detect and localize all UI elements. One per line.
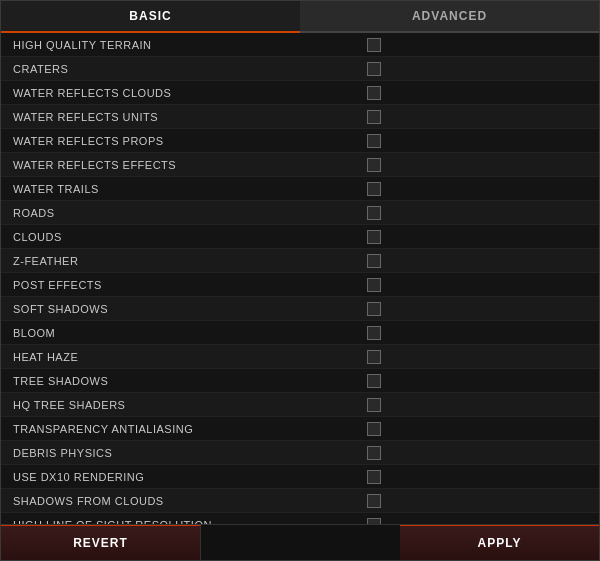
setting-checkbox[interactable] xyxy=(367,302,381,316)
setting-label: WATER TRAILS xyxy=(5,183,355,195)
tab-basic-label: BASIC xyxy=(129,9,171,23)
setting-label: CLOUDS xyxy=(5,231,355,243)
revert-button[interactable]: REVERT xyxy=(1,525,201,560)
revert-label: REVERT xyxy=(73,536,128,550)
setting-checkbox[interactable] xyxy=(367,86,381,100)
setting-checkbox[interactable] xyxy=(367,254,381,268)
setting-label: WATER REFLECTS EFFECTS xyxy=(5,159,355,171)
setting-label: HQ TREE SHADERS xyxy=(5,399,355,411)
setting-checkbox[interactable] xyxy=(367,446,381,460)
table-row: ROADS xyxy=(1,201,599,225)
table-row: POST EFFECTS xyxy=(1,273,599,297)
footer: REVERT APPLY xyxy=(1,524,599,560)
setting-label: WATER REFLECTS UNITS xyxy=(5,111,355,123)
settings-list[interactable]: HIGH QUALITY TERRAINCRATERSWATER REFLECT… xyxy=(1,33,599,524)
setting-checkbox-col xyxy=(355,134,595,148)
setting-checkbox-col xyxy=(355,62,595,76)
setting-checkbox[interactable] xyxy=(367,62,381,76)
table-row: HEAT HAZE xyxy=(1,345,599,369)
setting-label: CRATERS xyxy=(5,63,355,75)
setting-checkbox-col xyxy=(355,206,595,220)
setting-checkbox-col xyxy=(355,86,595,100)
footer-spacer xyxy=(201,525,400,560)
table-row: TREE SHADOWS xyxy=(1,369,599,393)
setting-checkbox[interactable] xyxy=(367,422,381,436)
setting-checkbox-col xyxy=(355,254,595,268)
setting-checkbox[interactable] xyxy=(367,158,381,172)
setting-checkbox-col xyxy=(355,302,595,316)
setting-label: SOFT SHADOWS xyxy=(5,303,355,315)
setting-checkbox[interactable] xyxy=(367,494,381,508)
setting-label: HIGH QUALITY TERRAIN xyxy=(5,39,355,51)
setting-label: TRANSPARENCY ANTIALIASING xyxy=(5,423,355,435)
setting-checkbox-col xyxy=(355,398,595,412)
setting-checkbox[interactable] xyxy=(367,182,381,196)
setting-checkbox-col xyxy=(355,494,595,508)
table-row: HIGH LINE OF SIGHT RESOLUTION xyxy=(1,513,599,524)
setting-checkbox-col xyxy=(355,182,595,196)
table-row: HIGH QUALITY TERRAIN xyxy=(1,33,599,57)
table-row: CLOUDS xyxy=(1,225,599,249)
table-row: TRANSPARENCY ANTIALIASING xyxy=(1,417,599,441)
setting-checkbox-col xyxy=(355,158,595,172)
setting-label: WATER REFLECTS PROPS xyxy=(5,135,355,147)
setting-checkbox[interactable] xyxy=(367,134,381,148)
setting-checkbox-col xyxy=(355,110,595,124)
setting-checkbox[interactable] xyxy=(367,350,381,364)
table-row: WATER REFLECTS PROPS xyxy=(1,129,599,153)
setting-label: Z-FEATHER xyxy=(5,255,355,267)
table-row: WATER TRAILS xyxy=(1,177,599,201)
setting-checkbox-col xyxy=(355,446,595,460)
setting-checkbox-col xyxy=(355,470,595,484)
table-row: WATER REFLECTS EFFECTS xyxy=(1,153,599,177)
setting-label: POST EFFECTS xyxy=(5,279,355,291)
settings-dialog: BASIC ADVANCED HIGH QUALITY TERRAINCRATE… xyxy=(0,0,600,561)
setting-label: ROADS xyxy=(5,207,355,219)
table-row: SOFT SHADOWS xyxy=(1,297,599,321)
setting-checkbox[interactable] xyxy=(367,110,381,124)
table-row: CRATERS xyxy=(1,57,599,81)
content-area: HIGH QUALITY TERRAINCRATERSWATER REFLECT… xyxy=(1,33,599,524)
setting-label: BLOOM xyxy=(5,327,355,339)
tab-basic[interactable]: BASIC xyxy=(1,1,300,33)
table-row: SHADOWS FROM CLOUDS xyxy=(1,489,599,513)
setting-checkbox[interactable] xyxy=(367,38,381,52)
setting-label: DEBRIS PHYSICS xyxy=(5,447,355,459)
setting-checkbox[interactable] xyxy=(367,326,381,340)
table-row: DEBRIS PHYSICS xyxy=(1,441,599,465)
apply-label: APPLY xyxy=(478,536,522,550)
setting-checkbox[interactable] xyxy=(367,374,381,388)
setting-label: TREE SHADOWS xyxy=(5,375,355,387)
table-row: BLOOM xyxy=(1,321,599,345)
setting-label: WATER REFLECTS CLOUDS xyxy=(5,87,355,99)
table-row: WATER REFLECTS UNITS xyxy=(1,105,599,129)
setting-checkbox-col xyxy=(355,374,595,388)
tab-advanced-label: ADVANCED xyxy=(412,9,487,23)
setting-checkbox[interactable] xyxy=(367,206,381,220)
setting-checkbox-col xyxy=(355,326,595,340)
table-row: USE DX10 RENDERING xyxy=(1,465,599,489)
tab-advanced[interactable]: ADVANCED xyxy=(300,1,599,33)
table-row: WATER REFLECTS CLOUDS xyxy=(1,81,599,105)
setting-checkbox-col xyxy=(355,422,595,436)
setting-checkbox[interactable] xyxy=(367,470,381,484)
table-row: Z-FEATHER xyxy=(1,249,599,273)
setting-checkbox-col xyxy=(355,230,595,244)
setting-checkbox[interactable] xyxy=(367,278,381,292)
setting-label: HEAT HAZE xyxy=(5,351,355,363)
tab-bar: BASIC ADVANCED xyxy=(1,1,599,33)
setting-checkbox-col xyxy=(355,350,595,364)
apply-button[interactable]: APPLY xyxy=(400,525,599,560)
table-row: HQ TREE SHADERS xyxy=(1,393,599,417)
setting-checkbox[interactable] xyxy=(367,398,381,412)
setting-label: USE DX10 RENDERING xyxy=(5,471,355,483)
setting-label: SHADOWS FROM CLOUDS xyxy=(5,495,355,507)
setting-checkbox-col xyxy=(355,278,595,292)
setting-checkbox[interactable] xyxy=(367,230,381,244)
setting-checkbox-col xyxy=(355,38,595,52)
